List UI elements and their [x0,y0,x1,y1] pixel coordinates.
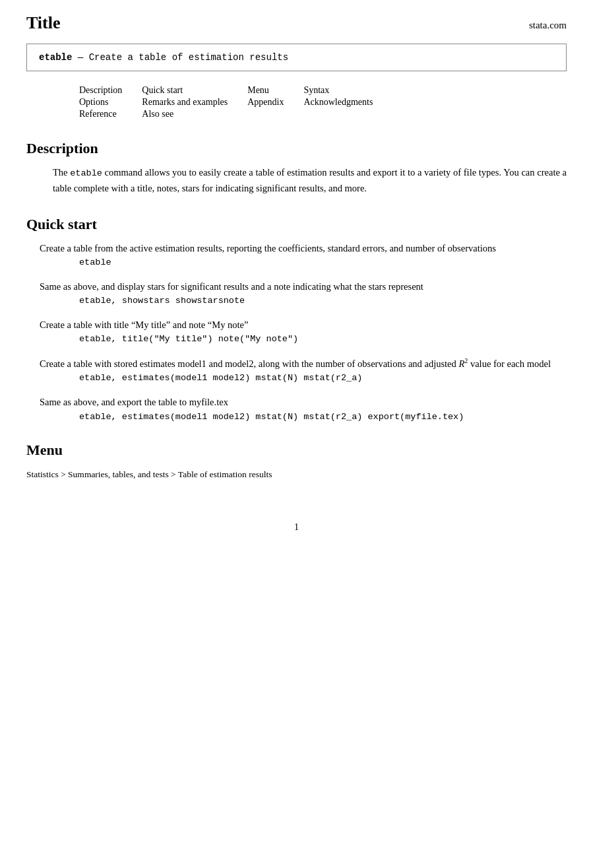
title-description: Create a table of estimation results [89,52,288,63]
title-box: etable — Create a table of estimation re… [26,44,567,71]
quick-start-text-3: Create a table with title “My title” and… [40,319,248,330]
quick-start-item-3: Create a table with title “My title” and… [26,317,567,344]
quick-start-item-1: Create a table from the active estimatio… [26,241,567,267]
quick-start-section: Quick start Create a table from the acti… [26,216,567,422]
page-header: Title stata.com [26,13,567,33]
quick-start-code-5: etable, estimates(model1 model2) mstat(N… [79,412,567,422]
quick-start-heading: Quick start [26,216,567,233]
quick-start-item-2: Same as above, and display stars for sig… [26,279,567,306]
quick-start-code-2: etable, showstars showstarsnote [79,296,567,306]
quick-start-code-1: etable [79,257,567,267]
page-number: 1 [294,522,299,532]
quick-start-text-1: Create a table from the active estimatio… [40,243,496,253]
nav-appendix[interactable]: Appendix [247,97,284,107]
title-separator: — [78,52,83,63]
description-section: Description The etable command allows yo… [26,140,567,196]
quick-start-code-4: etable, estimates(model1 model2) mstat(N… [79,373,567,383]
nav-acknowledgments[interactable]: Acknowledgments [303,97,373,107]
nav-quick-start[interactable]: Quick start [142,85,183,95]
quick-start-item-4: Create a table with stored estimates mod… [26,356,567,383]
nav-menu[interactable]: Menu [247,85,269,95]
etable-inline-code: etable [70,168,102,178]
command-name: etable [39,52,72,63]
nav-table: Description Quick start Menu Syntax Opti… [26,84,567,120]
nav-options[interactable]: Options [79,97,108,107]
menu-heading: Menu [26,442,567,459]
nav-reference[interactable]: Reference [79,109,117,119]
quick-start-text-5: Same as above, and export the table to m… [40,397,228,407]
page-footer: 1 [26,522,567,533]
quick-start-text-4: Create a table with stored estimates mod… [40,358,551,369]
quick-start-text-2: Same as above, and display stars for sig… [40,281,423,292]
page-title: Title [26,13,61,33]
description-body: The etable command allows you to easily … [53,165,567,196]
menu-path: Statistics > Summaries, tables, and test… [26,467,567,483]
description-heading: Description [26,140,567,157]
quick-start-code-3: etable, title("My title") note("My note"… [79,334,567,344]
nav-remarks[interactable]: Remarks and examples [142,97,228,107]
menu-section: Menu Statistics > Summaries, tables, and… [26,442,567,483]
quick-start-item-5: Same as above, and export the table to m… [26,395,567,421]
nav-syntax[interactable]: Syntax [303,85,329,95]
nav-also-see[interactable]: Also see [142,109,173,119]
nav-description[interactable]: Description [79,85,122,95]
stata-brand: stata.com [529,20,567,31]
